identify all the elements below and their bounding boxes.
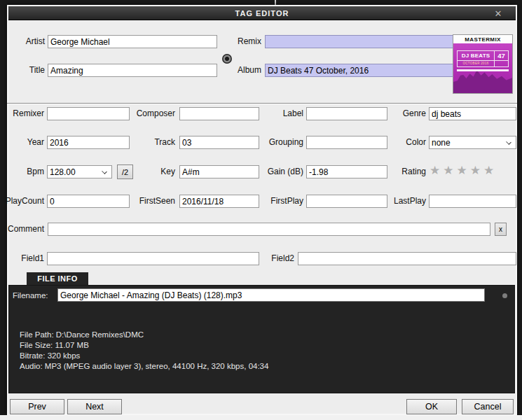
album-art-edition: OCTOBER 2016 — [458, 61, 495, 66]
audio-format-text: Audio: MP3 (MPEG audio layer 3), stereo,… — [20, 361, 268, 372]
close-icon[interactable]: ✕ — [489, 6, 507, 20]
color-select-value: none — [432, 138, 451, 148]
firstseen-label: FirstSeen — [130, 195, 175, 208]
field1-input[interactable] — [47, 252, 259, 265]
album-art[interactable]: MASTERMIX DJ BEATS 47 OCTOBER 2016 — [453, 34, 513, 94]
track-label: Track — [130, 136, 175, 149]
album-label: Album — [223, 64, 261, 77]
composer-label: Composer — [130, 107, 175, 120]
prev-button[interactable]: Prev — [10, 399, 64, 414]
bitrate-text: Bitrate: 320 kbps — [20, 351, 80, 361]
bpm-label: Bpm — [0, 165, 44, 178]
comment-label: Comment — [0, 223, 44, 236]
rating-label: Rating — [382, 165, 426, 178]
remix-input[interactable] — [265, 35, 460, 48]
dialog-titlebar: TAG EDITOR ✕ — [8, 6, 516, 20]
firstplay-input[interactable] — [306, 195, 387, 208]
comment-input[interactable] — [48, 223, 490, 236]
key-label: Key — [130, 165, 175, 178]
grouping-label: Grouping — [259, 136, 303, 149]
background-app-strip — [0, 415, 522, 420]
background-artifact — [275, 0, 276, 5]
remix-label: Remix — [223, 35, 261, 48]
next-button[interactable]: Next — [67, 399, 122, 414]
track-input[interactable] — [179, 136, 259, 149]
album-art-title-box: DJ BEATS 47 OCTOBER 2016 — [457, 50, 509, 67]
record-dot-button[interactable] — [222, 54, 232, 64]
title-input[interactable] — [48, 64, 217, 77]
cancel-button[interactable]: Cancel — [462, 399, 514, 414]
lastplay-input[interactable] — [429, 195, 516, 208]
gain-label: Gain (dB) — [259, 165, 303, 178]
color-label: Color — [382, 136, 426, 149]
dialog-title: TAG EDITOR — [235, 9, 289, 18]
playcount-label: PlayCount — [0, 195, 44, 208]
playcount-input[interactable] — [47, 195, 130, 208]
section-separator — [7, 103, 517, 104]
remixer-label: Remixer — [0, 107, 44, 120]
lastplay-label: LastPlay — [382, 195, 426, 208]
firstplay-label: FirstPlay — [259, 195, 303, 208]
album-art-brand-band: MASTERMIX — [453, 35, 512, 43]
chevron-down-icon — [102, 169, 107, 174]
grouping-input[interactable] — [306, 136, 387, 149]
artist-input[interactable] — [48, 35, 217, 48]
color-select[interactable]: none — [429, 136, 516, 149]
composer-input[interactable] — [179, 107, 259, 120]
tab-file-info[interactable]: FILE INFO — [27, 272, 88, 285]
album-art-fine-print — [495, 61, 508, 66]
field2-input[interactable] — [298, 252, 516, 265]
chevron-down-icon — [506, 139, 511, 145]
firstseen-input[interactable] — [179, 195, 259, 208]
filename-dot-button[interactable] — [502, 293, 507, 298]
filename-input[interactable] — [57, 288, 485, 302]
file-path-text: File Path: D:\Dance Remixes\DMC — [20, 330, 144, 340]
field2-label: Field2 — [265, 252, 294, 265]
title-label: Title — [6, 64, 45, 77]
year-input[interactable] — [47, 136, 130, 149]
album-art-series: DJ BEATS — [458, 51, 495, 60]
bpm-select-value: 128.00 — [50, 167, 76, 177]
remixer-input[interactable] — [47, 107, 130, 120]
comment-clear-button[interactable]: x — [495, 223, 507, 236]
album-art-row2: OCTOBER 2016 — [458, 61, 508, 66]
label-label: Label — [259, 107, 303, 120]
year-label: Year — [0, 136, 44, 149]
album-input[interactable] — [265, 64, 460, 77]
file-size-text: File Size: 11.07 MB — [20, 340, 89, 351]
album-art-number: 47 — [495, 51, 508, 60]
field1-label: Field1 — [0, 252, 44, 265]
album-art-strip — [457, 69, 509, 71]
album-art-row1: DJ BEATS 47 — [458, 51, 508, 61]
genre-label: Genre — [382, 107, 426, 120]
gain-input[interactable] — [306, 165, 387, 178]
dj-silhouette-graphic — [453, 64, 512, 93]
filename-label: Filename: — [13, 290, 48, 302]
key-input[interactable] — [179, 165, 259, 178]
bpm-select[interactable]: 128.00 — [47, 165, 112, 178]
genre-input[interactable] — [429, 107, 516, 120]
ok-button[interactable]: OK — [406, 399, 457, 414]
tag-editor-screen: TAG EDITOR ✕ Artist Remix Title Album MA… — [0, 0, 522, 420]
rating-stars[interactable]: ★★★★★ — [430, 163, 497, 178]
artist-label: Artist — [6, 35, 45, 48]
label-input[interactable] — [306, 107, 387, 120]
album-art-brand: MASTERMIX — [465, 36, 501, 43]
